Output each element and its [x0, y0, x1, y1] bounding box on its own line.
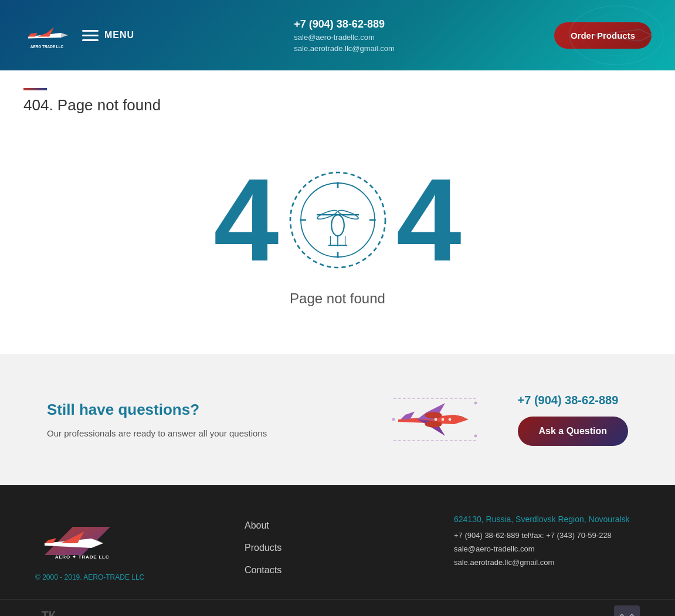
tk-letters: ТК [42, 609, 56, 617]
questions-right: +7 (904) 38-62-889 Ask a Question [518, 394, 628, 446]
hamburger-icon [82, 30, 99, 41]
svg-marker-3 [61, 33, 68, 38]
svg-point-31 [434, 418, 437, 421]
questions-heading: Still have questions? [47, 401, 354, 419]
site-header: AERO TRADE LLC MENU +7 (904) 38-62-889 s… [0, 0, 675, 70]
error-num-left: 4 [213, 161, 279, 279]
svg-point-32 [441, 418, 444, 421]
svg-point-34 [392, 418, 395, 421]
tk-logo: ТК СИСТЕММ [35, 609, 62, 617]
title-accent [23, 88, 47, 90]
svg-point-36 [474, 435, 477, 438]
menu-button[interactable]: MENU [82, 30, 134, 41]
header-contact: +7 (904) 38-62-889 sale@aero-tradellc.co… [294, 18, 394, 53]
footer-nav-contacts[interactable]: Contacts [245, 565, 430, 576]
svg-point-30 [425, 412, 442, 418]
error-numbers: 4 4 [213, 161, 461, 279]
logo-area: AERO TRADE LLC [23, 18, 70, 53]
svg-point-35 [474, 402, 477, 405]
scroll-top-arrow-icon: ⌃⌃ [617, 611, 637, 616]
footer-logo-icon: AERO ✦ TRADE LLC [35, 515, 129, 567]
footer-nav-products[interactable]: Products [245, 543, 430, 553]
header-left: AERO TRADE LLC MENU [23, 18, 134, 53]
svg-point-33 [448, 418, 451, 421]
site-footer: AERO ✦ TRADE LLC © 2000 - 2019. AERO-TRA… [0, 485, 675, 599]
footer-nav: About Products Contacts [245, 515, 430, 581]
header-email2: sale.aerotrade.llc@gmail.com [294, 44, 394, 53]
questions-subtext: Our professionals are ready to answer al… [47, 428, 354, 438]
svg-point-6 [581, 15, 652, 56]
header-bg-decoration [499, 0, 675, 70]
svg-marker-28 [401, 411, 415, 419]
questions-phone: +7 (904) 38-62-889 [518, 394, 619, 407]
svg-point-29 [425, 421, 442, 427]
footer-phone-line: +7 (904) 38-62-889 tel\fax: +7 (343) 70-… [454, 531, 640, 540]
header-email1: sale@aero-tradellc.com [294, 33, 374, 42]
error-num-right: 4 [396, 161, 462, 279]
questions-left: Still have questions? Our professionals … [47, 401, 354, 438]
design-label: Design and site development [68, 614, 167, 617]
footer-contact-col: 624130, Russia, Sverdlovsk Region, Novou… [454, 515, 640, 581]
scroll-to-top-button[interactable]: ⌃⌃ [614, 605, 640, 616]
questions-section: Still have questions? Our professionals … [0, 354, 675, 485]
page-title: 404. Page not found [23, 96, 652, 114]
footer-logo-area: AERO ✦ TRADE LLC © 2000 - 2019. AERO-TRA… [35, 515, 221, 581]
header-phone: +7 (904) 38-62-889 [294, 18, 385, 31]
error-circle-icon [285, 167, 391, 273]
footer-nav-about[interactable]: About [245, 520, 430, 531]
svg-point-14 [331, 215, 344, 236]
ask-question-button[interactable]: Ask a Question [518, 417, 628, 446]
svg-text:AERO TRADE LLC: AERO TRADE LLC [30, 45, 64, 49]
footer-design: ТК СИСТЕММ Design and site development [35, 609, 166, 617]
logo-icon: AERO TRADE LLC [23, 18, 70, 53]
footer-email1: sale@aero-tradellc.com [454, 544, 640, 553]
footer-copyright: © 2000 - 2019. AERO-TRADE LLC [35, 573, 144, 581]
footer-address: 624130, Russia, Sverdlovsk Region, Novou… [454, 515, 640, 524]
page-title-section: 404. Page not found [0, 70, 675, 126]
svg-marker-7 [593, 29, 652, 41]
error-subtitle: Page not found [290, 290, 385, 307]
questions-airplane-icon [389, 389, 483, 450]
error-section: 4 4 Page not found [0, 126, 675, 354]
svg-text:AERO ✦ TRADE LLC: AERO ✦ TRADE LLC [55, 554, 110, 560]
footer-bottom: ТК СИСТЕММ Design and site development ⌃… [0, 599, 675, 616]
footer-email2: sale.aerotrade.llc@gmail.com [454, 558, 640, 567]
menu-label: MENU [104, 30, 134, 40]
